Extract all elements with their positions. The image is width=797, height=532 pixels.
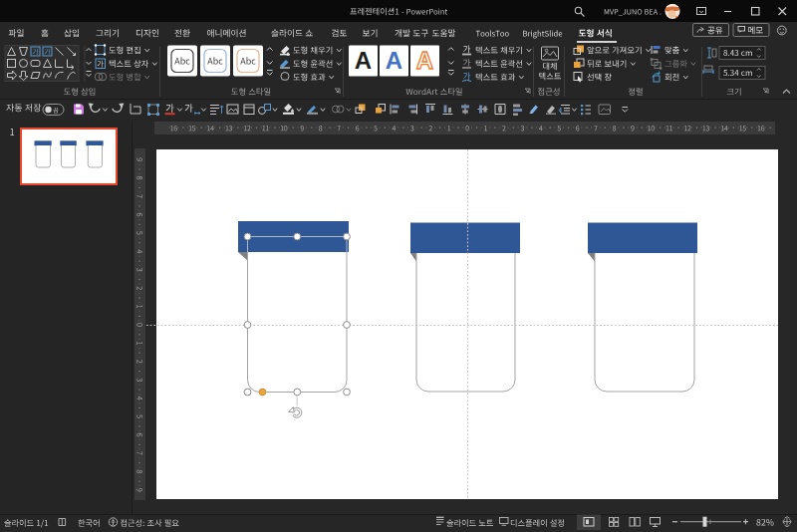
svg-text:A: A xyxy=(386,47,402,74)
svg-text:A: A xyxy=(355,47,372,74)
svg-text:A: A xyxy=(416,47,433,74)
